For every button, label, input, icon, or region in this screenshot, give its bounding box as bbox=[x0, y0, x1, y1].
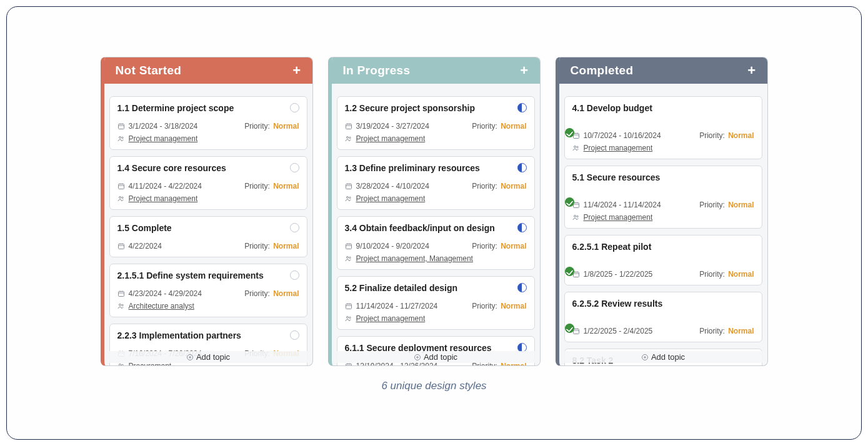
status-icon[interactable] bbox=[290, 330, 299, 340]
task-card[interactable]: 3.4 Obtain feedback/input on design9/10/… bbox=[337, 216, 535, 270]
column-title: In Progress bbox=[343, 64, 411, 77]
task-dates: 3/1/2024 - 3/18/2024 bbox=[117, 122, 198, 131]
priority-value: Normal bbox=[501, 242, 526, 250]
svg-point-73 bbox=[576, 216, 578, 217]
status-icon[interactable] bbox=[517, 163, 527, 172]
status-icon[interactable] bbox=[517, 103, 527, 112]
task-dates: 4/23/2024 - 4/29/2024 bbox=[117, 289, 202, 298]
calendar-icon bbox=[345, 302, 352, 310]
date-text: 1/8/2025 - 1/22/2025 bbox=[584, 270, 653, 279]
task-dates: 9/10/2024 - 9/20/2024 bbox=[345, 242, 429, 250]
task-meta-row: 10/7/2024 - 10/16/2024Priority: Normal bbox=[572, 131, 754, 140]
priority-label: Priority: bbox=[244, 242, 272, 250]
add-card-button[interactable]: + bbox=[292, 64, 301, 77]
people-icon bbox=[572, 214, 580, 221]
task-priority: Priority: Normal bbox=[472, 242, 526, 250]
assignees-link[interactable]: Project management bbox=[129, 194, 198, 203]
task-priority: Priority: Normal bbox=[244, 289, 299, 298]
assignees-link[interactable]: Project management bbox=[584, 144, 653, 152]
task-card[interactable]: 1.5 Complete4/22/2024Priority: Normal bbox=[109, 216, 307, 257]
date-text: 4/22/2024 bbox=[129, 242, 162, 250]
priority-value: Normal bbox=[273, 182, 299, 191]
task-card[interactable]: 1.4 Secure core resources4/11/2024 - 4/2… bbox=[109, 156, 307, 210]
date-text: 3/19/2024 - 3/27/2024 bbox=[356, 122, 429, 131]
task-assignees: Architecture analyst bbox=[117, 302, 194, 310]
status-icon[interactable] bbox=[290, 103, 299, 112]
assignees-link[interactable]: Project management, Management bbox=[356, 254, 473, 263]
status-icon[interactable] bbox=[517, 283, 527, 292]
add-topic-button[interactable]: Add topic bbox=[109, 351, 307, 363]
add-topic-button[interactable]: Add topic bbox=[337, 351, 535, 363]
assignees-link[interactable]: Project management bbox=[584, 213, 653, 222]
priority-label: Priority: bbox=[472, 242, 499, 250]
assignees-link[interactable]: Project management bbox=[356, 134, 426, 143]
task-priority: Priority: Normal bbox=[244, 122, 299, 131]
priority-value: Normal bbox=[728, 131, 754, 140]
assignees-link[interactable]: Architecture analyst bbox=[129, 302, 194, 310]
column-title: Completed bbox=[571, 64, 634, 77]
priority-label: Priority: bbox=[699, 270, 727, 279]
priority-label: Priority: bbox=[472, 302, 499, 310]
svg-point-11 bbox=[121, 197, 123, 199]
task-card[interactable]: 5.1 Secure resources11/4/2024 - 11/14/20… bbox=[564, 166, 762, 229]
svg-point-20 bbox=[119, 304, 121, 306]
task-card[interactable]: 1.1 Determine project scope3/1/2024 - 3/… bbox=[109, 96, 307, 150]
priority-value: Normal bbox=[273, 289, 299, 298]
task-assignees: Project management bbox=[572, 144, 653, 152]
priority-value: Normal bbox=[273, 242, 299, 250]
task-dates: 1/8/2025 - 1/22/2025 bbox=[572, 270, 653, 279]
task-card[interactable]: 1.2 Secure project sponsorship3/19/2024 … bbox=[337, 96, 535, 150]
add-topic-button[interactable]: Add topic bbox=[564, 351, 762, 363]
date-text: 3/1/2024 - 3/18/2024 bbox=[129, 122, 198, 131]
svg-rect-43 bbox=[346, 244, 351, 249]
task-card[interactable]: 6.2.5.2 Review results1/22/2025 - 2/4/20… bbox=[564, 292, 762, 342]
status-icon[interactable] bbox=[290, 163, 299, 172]
task-card[interactable]: 1.3 Define preliminary resources3/28/202… bbox=[337, 156, 535, 210]
status-icon[interactable] bbox=[290, 223, 299, 232]
task-meta-row: 9/10/2024 - 9/20/2024Priority: Normal bbox=[345, 242, 527, 250]
date-text: 1/22/2025 - 2/4/2025 bbox=[584, 327, 653, 335]
caption-text: 6 unique design styles bbox=[7, 380, 861, 392]
priority-label: Priority: bbox=[699, 327, 727, 335]
task-assignees: Project management bbox=[572, 213, 653, 222]
add-card-button[interactable]: + bbox=[747, 64, 756, 77]
status-icon[interactable] bbox=[290, 270, 299, 280]
calendar-icon bbox=[117, 242, 125, 250]
assignees-link[interactable]: Project management bbox=[356, 314, 426, 323]
calendar-icon bbox=[117, 182, 125, 190]
task-card[interactable]: 5.2 Finalize detailed design11/14/2024 -… bbox=[337, 276, 535, 330]
assignees-link[interactable]: Project management bbox=[129, 134, 198, 143]
date-text: 10/7/2024 - 10/16/2024 bbox=[584, 131, 661, 140]
svg-point-21 bbox=[121, 304, 123, 306]
status-icon[interactable] bbox=[565, 128, 574, 137]
column-header: In Progress+ bbox=[332, 57, 540, 84]
status-icon[interactable] bbox=[517, 223, 527, 232]
add-topic-label: Add topic bbox=[196, 352, 230, 362]
task-meta-row: 1/8/2025 - 1/22/2025Priority: Normal bbox=[572, 270, 754, 279]
task-card[interactable]: 2.1.5.1 Define system requirements4/23/2… bbox=[109, 264, 307, 317]
task-card[interactable]: 4.1 Develop budget10/7/2024 - 10/16/2024… bbox=[564, 96, 762, 159]
task-assignee-row: Project management bbox=[572, 213, 754, 222]
column-body: 1.1 Determine project scope3/1/2024 - 3/… bbox=[104, 84, 312, 365]
svg-point-66 bbox=[574, 146, 576, 148]
assignees-link[interactable]: Project management bbox=[356, 194, 426, 203]
task-card[interactable]: 6.2.5.1 Repeat pilot1/8/2025 - 1/22/2025… bbox=[564, 235, 762, 285]
task-title: 6.2.5.1 Repeat pilot bbox=[572, 242, 754, 252]
task-meta-row: 11/14/2024 - 11/27/2024Priority: Normal bbox=[345, 302, 527, 310]
add-card-button[interactable]: + bbox=[520, 64, 528, 77]
task-dates: 11/14/2024 - 11/27/2024 bbox=[345, 302, 438, 310]
people-icon bbox=[345, 255, 352, 262]
svg-rect-16 bbox=[118, 292, 124, 297]
task-assignees: Project management, Management bbox=[345, 254, 473, 263]
task-meta-row: 1/22/2025 - 2/4/2025Priority: Normal bbox=[572, 327, 754, 335]
task-title: 1.4 Secure core resources bbox=[117, 163, 299, 173]
status-icon[interactable] bbox=[565, 267, 574, 276]
calendar-icon bbox=[345, 122, 352, 130]
status-icon[interactable] bbox=[565, 197, 574, 207]
priority-value: Normal bbox=[501, 302, 526, 310]
svg-point-10 bbox=[119, 197, 121, 199]
task-meta-row: 4/23/2024 - 4/29/2024Priority: Normal bbox=[117, 289, 299, 298]
calendar-icon bbox=[345, 182, 352, 190]
status-icon[interactable] bbox=[565, 324, 574, 333]
task-title: 6.2.5.2 Review results bbox=[572, 299, 754, 309]
